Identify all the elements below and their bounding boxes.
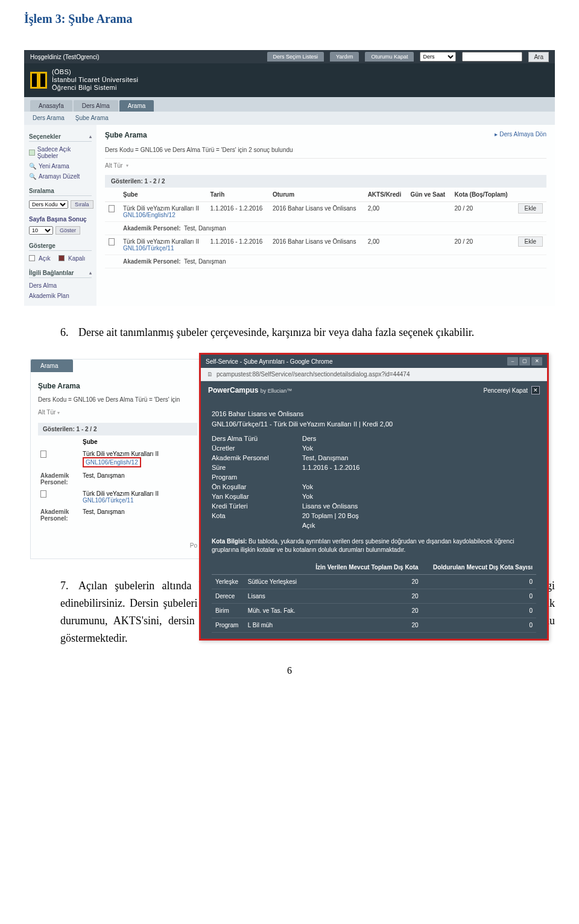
welcome-text: Hoşgeldiniz (TestOgrenci) (30, 54, 100, 60)
side-secenekler: Seçenekler (29, 133, 61, 140)
open-state-icon (109, 205, 115, 212)
chevron-up-icon[interactable]: ▴ (89, 270, 92, 276)
col-oturum: Oturum (269, 188, 364, 202)
personel-label: Akademik Personel: (38, 506, 80, 524)
side-only-open[interactable]: Sadece Açık Şubeler (37, 146, 92, 159)
kv-val: Test, Danışman (302, 454, 536, 461)
col-sube: Şube (119, 188, 207, 202)
personel-label: Akademik Personel: (123, 225, 181, 232)
highlighted-section-link[interactable]: GNL106/English/12 (83, 457, 141, 467)
side-yeni-arama[interactable]: Yeni Arama (39, 163, 69, 169)
nav-anasayfa[interactable]: Anasayfa (30, 100, 72, 112)
minimize-icon[interactable]: – (507, 357, 518, 365)
bg-alttur[interactable]: Alt Tür (38, 409, 55, 416)
back-link[interactable]: ▸ Ders Almaya Dön (495, 131, 546, 138)
table-row: Türk Dili veYazım Kuralları IIGNL106/Eng… (38, 448, 197, 470)
side-aramayi-duzelt[interactable]: Aramayı Düzelt (39, 173, 80, 180)
legend-closed: Kapalı (68, 255, 85, 262)
brand-line2: İstanbul Ticaret Üniversitesi (52, 76, 138, 84)
subnav-sube-arama[interactable]: Şube Arama (75, 115, 109, 121)
cell-oturum: 2016 Bahar Lisans ve Önlisans (269, 235, 364, 255)
side-ilgili: İlgili Bağlantılar (29, 270, 74, 276)
course-name: Türk Dili veYazım Kuralları II (123, 205, 203, 212)
cell-oturum: 2016 Bahar Lisans ve Önlisans (269, 201, 364, 221)
qcol-type (212, 560, 244, 575)
side-link-ders-alma[interactable]: Ders Alma (29, 280, 92, 291)
kv-key: Kredi Türleri (212, 502, 296, 510)
checkbox-icon[interactable] (29, 150, 35, 156)
table-row: Türk Dili veYazım Kuralları IIGNL106/Eng… (105, 201, 546, 221)
personel-label: Akademik Personel: (123, 258, 181, 265)
sidebar: Seçenekler▴ Sadece Açık Şubeler 🔍Yeni Ar… (24, 125, 96, 306)
section-link[interactable]: GNL106/Türkçe/11 (83, 497, 134, 504)
university-logo-icon (30, 72, 47, 89)
bg-criteria: Ders Kodu = GNL106 ve Ders Alma Türü = '… (38, 396, 197, 403)
kv-val (302, 473, 536, 481)
nav-ders-alma[interactable]: Ders Alma (74, 100, 118, 112)
side-link-akademik-plan[interactable]: Akademik Plan (29, 291, 92, 301)
open-state-icon (40, 451, 46, 458)
search-input[interactable] (462, 52, 522, 62)
obs-nav: Anasayfa Ders Alma Arama (24, 97, 555, 112)
perpage-button[interactable]: Göster (55, 226, 80, 235)
obs-subnav: Ders Arama Şube Arama (24, 112, 555, 125)
legend-open: Açık (39, 255, 50, 262)
toplink-ders-secim[interactable]: Ders Seçim Listesi (267, 52, 324, 62)
pc-brand: PowerCampus (208, 386, 258, 394)
url-text: pcampustest:88/SelfService//search/secti… (217, 371, 410, 378)
close-icon[interactable]: ✕ (531, 357, 542, 365)
personel-value: Test, Danışman (80, 506, 197, 524)
kv-val: Açık (302, 522, 536, 529)
address-bar: 🗎pcampustest:88/SelfService//search/sect… (201, 368, 547, 381)
chevron-down-icon[interactable]: ▾ (126, 163, 128, 168)
sort-select[interactable]: Ders Kodu (29, 200, 68, 209)
paragraph-6: 6.Derse ait tanımlanmış şubeler çerçeves… (60, 324, 555, 341)
brand-line3: Öğrenci Bilgi Sistemi (52, 84, 138, 92)
toplink-yardim[interactable]: Yardım (330, 52, 359, 62)
powercampus-header: PowerCampus by Ellucian™ Pencereyi Kapat… (201, 381, 547, 399)
subnav-ders-arama[interactable]: Ders Arama (33, 115, 65, 121)
section-link[interactable]: GNL106/English/12 (123, 212, 203, 218)
kv-val: Yok (302, 445, 536, 452)
perpage-select[interactable]: 10 (29, 226, 53, 235)
col-state (105, 188, 119, 202)
close-label[interactable]: Pencereyi Kapat (484, 387, 528, 394)
toplink-oturumu-kapat[interactable]: Oturumu Kapat (365, 52, 414, 62)
maximize-icon[interactable]: ▢ (519, 357, 530, 365)
chevron-up-icon[interactable]: ▴ (89, 134, 92, 139)
quota-info: Kota Bilgisi: Bu tabloda, yukarıda ayrın… (212, 537, 536, 554)
kv-val: Ders (302, 435, 536, 442)
kv-val: Lisans ve Önlisans (302, 502, 536, 510)
result-count: Gösterilen: 1 - 2 / 2 (105, 175, 546, 188)
page-icon: 🗎 (207, 371, 213, 378)
chevron-down-icon[interactable]: ▾ (57, 410, 60, 416)
nav-arama[interactable]: Arama (119, 100, 154, 112)
personel-label: Akademik Personel: (38, 470, 80, 488)
kv-val: 1.1.2016 - 1.2.2016 (302, 464, 536, 471)
bg-title: Şube Arama (38, 382, 197, 390)
cell-gun (407, 235, 451, 255)
bg-count: Gösterilen: 1 - 2 / 2 (38, 423, 197, 435)
quota-row: DereceLisans200 (212, 589, 536, 604)
close-x-icon[interactable]: ✕ (531, 386, 540, 394)
table-row-personel: Akademik Personel: Test, Danışman (105, 255, 546, 268)
search-type-select[interactable]: Ders (420, 52, 456, 62)
personel-value: Test, Danışman (184, 225, 226, 232)
main-panel: ▸ Ders Almaya Dön Şube Arama Ders Kodu =… (96, 125, 555, 306)
kv-key: Kota (212, 512, 296, 519)
alttur-label[interactable]: Alt Tür (105, 162, 122, 169)
quota-table: İzin Verilen Mevcut Toplam Dış Kota Dold… (212, 560, 536, 633)
section-link[interactable]: GNL106/Türkçe/11 (123, 245, 203, 252)
ekle-button[interactable]: Ekle (518, 203, 543, 214)
ekle-button[interactable]: Ekle (518, 236, 543, 247)
kv-key: Ücretler (212, 445, 296, 452)
course-term: 2016 Bahar Lisans ve Önlisans (212, 409, 536, 419)
open-state-icon (109, 238, 115, 245)
bg-tab-arama[interactable]: Arama (31, 359, 73, 372)
background-panel: Arama Şube Arama Ders Kodu = GNL106 ve D… (30, 359, 205, 559)
search-button[interactable]: Ara (528, 52, 549, 62)
kv-key: Akademik Personel (212, 454, 296, 461)
sort-button[interactable]: Sırala (71, 200, 93, 209)
kv-key: Ön Koşullar (212, 483, 296, 490)
open-state-icon (40, 490, 46, 498)
